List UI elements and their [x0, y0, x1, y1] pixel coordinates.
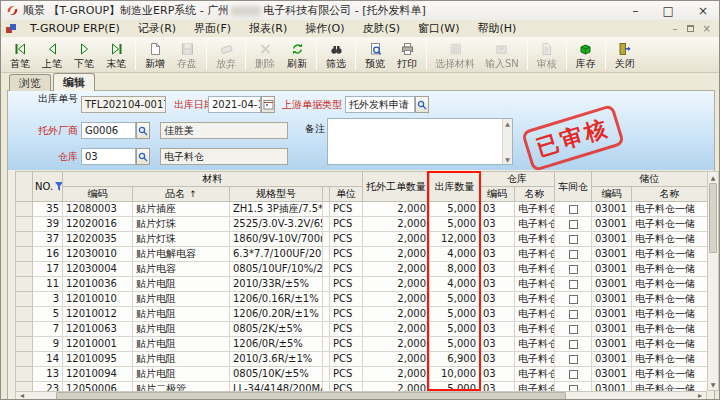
cell-wh-name[interactable]: 电子料仓: [515, 247, 555, 262]
menu-item-3[interactable]: 报表(R): [240, 20, 296, 37]
grid-horizontal-scrollbar[interactable]: ◂ ▸: [15, 391, 707, 400]
cell-name[interactable]: 贴片插座: [133, 202, 230, 217]
cell-spec[interactable]: 0805/10K/±5%: [230, 367, 323, 382]
cell-wh-name[interactable]: 电子料仓: [515, 382, 555, 392]
row-indicator[interactable]: [16, 292, 33, 307]
issue-no-field[interactable]: TFL202104-0017: [81, 96, 166, 113]
row-indicator[interactable]: [16, 307, 33, 322]
cell-wh-name[interactable]: 电子料仓: [515, 277, 555, 292]
toolbar-first-button[interactable]: 首笔: [4, 39, 36, 72]
cell-spec[interactable]: 1860/9V-10V/700mA/6000K-6500K/...: [230, 232, 323, 247]
row-indicator[interactable]: [16, 217, 33, 232]
cell-no[interactable]: 11: [33, 277, 63, 292]
cell-wo-qty[interactable]: 2,000: [363, 337, 430, 352]
scroll-down-icon[interactable]: ▼: [505, 156, 510, 163]
cell-wo-qty[interactable]: 2,000: [363, 352, 430, 367]
menu-item-6[interactable]: 窗口(W): [409, 20, 468, 37]
cell-spec[interactable]: 2010/3.6R/±1%: [230, 352, 323, 367]
mdi-minimize-button[interactable]: –: [673, 23, 678, 34]
cell-code[interactable]: 12010063: [63, 322, 133, 337]
cell-unit[interactable]: PCS: [330, 247, 363, 262]
cell-wo-qty[interactable]: 2,000: [363, 292, 430, 307]
cell-name[interactable]: 贴片电解电容: [133, 247, 230, 262]
cell-spec[interactable]: 1206/0.16R/±1%: [230, 292, 323, 307]
cell-out-qty[interactable]: 5,000: [430, 292, 480, 307]
cell-no[interactable]: 14: [33, 352, 63, 367]
menu-item-1[interactable]: 记录(R): [129, 20, 185, 37]
menu-item-7[interactable]: 帮助(H): [469, 20, 526, 37]
cell-loc-name[interactable]: 电子料仓一储: [632, 217, 708, 232]
cell-unit[interactable]: PCS: [330, 292, 363, 307]
cell-loc-code[interactable]: 03001: [592, 367, 632, 382]
warehouse-lookup-button[interactable]: [136, 148, 150, 165]
row-indicator[interactable]: [16, 322, 33, 337]
cell-code[interactable]: 12010036: [63, 277, 133, 292]
cell-wh-code[interactable]: 03: [480, 367, 515, 382]
cell-code[interactable]: 12010010: [63, 292, 133, 307]
cell-wo-qty[interactable]: 2,000: [363, 367, 430, 382]
cell-loc-code[interactable]: 03001: [592, 247, 632, 262]
cell-unit[interactable]: PCS: [330, 232, 363, 247]
workshop-checkbox[interactable]: [569, 265, 578, 274]
toolbar-refresh-button[interactable]: 刷新: [281, 39, 313, 72]
cell-code[interactable]: 12050006: [63, 382, 133, 392]
cell-out-qty[interactable]: 5,000: [430, 202, 480, 217]
cell-spec[interactable]: 2525/3.0V-3.2V/650mA/6000K-650...: [230, 217, 323, 232]
cell-loc-name[interactable]: 电子料仓一储: [632, 292, 708, 307]
cell-spec[interactable]: 1206/0.20R/±1%: [230, 307, 323, 322]
cell-unit[interactable]: PCS: [330, 277, 363, 292]
cell-wo-qty[interactable]: 2,000: [363, 322, 430, 337]
cell-unit[interactable]: PCS: [330, 202, 363, 217]
cell-loc-code[interactable]: 03001: [592, 232, 632, 247]
toolbar-new-button[interactable]: 新增: [139, 39, 171, 72]
grid-vertical-scrollbar[interactable]: ▲ ▼: [707, 171, 719, 391]
cell-code[interactable]: 12030004: [63, 262, 133, 277]
cell-no[interactable]: 5: [33, 307, 63, 322]
cell-wh-code[interactable]: 03: [480, 232, 515, 247]
cell-name[interactable]: 贴片电阻: [133, 307, 230, 322]
cell-spec[interactable]: ZH1.5 3P插座/7.5*5.7*4mm: [230, 202, 323, 217]
cell-no[interactable]: 16: [33, 247, 63, 262]
cell-no[interactable]: 23: [33, 382, 63, 392]
cell-unit[interactable]: PCS: [330, 322, 363, 337]
cell-out-qty[interactable]: 5,000: [430, 217, 480, 232]
cell-wh-code[interactable]: 03: [480, 202, 515, 217]
cell-wh-name[interactable]: 电子料仓: [515, 352, 555, 367]
toolbar-close-button[interactable]: 关闭: [609, 39, 641, 72]
scroll-up-icon[interactable]: ▲: [708, 172, 718, 183]
cell-spec[interactable]: 1206/0R/±5%: [230, 337, 323, 352]
cell-unit[interactable]: PCS: [330, 262, 363, 277]
row-indicator[interactable]: [16, 202, 33, 217]
cell-loc-code[interactable]: 03001: [592, 307, 632, 322]
cell-loc-name[interactable]: 电子料仓一储: [632, 367, 708, 382]
cell-no[interactable]: 3: [33, 292, 63, 307]
workshop-checkbox[interactable]: [569, 325, 578, 334]
cell-wh-name[interactable]: 电子料仓: [515, 292, 555, 307]
cell-name[interactable]: 贴片电阻: [133, 337, 230, 352]
mdi-restore-button[interactable]: [687, 25, 694, 32]
menu-item-2[interactable]: 界面(F): [185, 20, 240, 37]
workshop-checkbox[interactable]: [569, 205, 578, 214]
column-wo-qty[interactable]: 托外工单数量: [363, 172, 430, 202]
cell-loc-name[interactable]: 电子料仓一储: [632, 202, 708, 217]
cell-wo-qty[interactable]: 2,000: [363, 277, 430, 292]
column-name[interactable]: 品名↑: [133, 187, 230, 202]
tab-edit[interactable]: 编辑: [53, 73, 95, 91]
cell-wh-code[interactable]: 03: [480, 337, 515, 352]
workshop-checkbox[interactable]: [569, 310, 578, 319]
cell-out-qty[interactable]: 5,000: [430, 337, 480, 352]
toolbar-last-button[interactable]: 末笔: [100, 39, 132, 72]
cell-loc-name[interactable]: 电子料仓一储: [632, 277, 708, 292]
workshop-checkbox[interactable]: [569, 340, 578, 349]
cell-unit[interactable]: PCS: [330, 307, 363, 322]
vendor-code-field[interactable]: G0006: [81, 122, 136, 139]
cell-wh-code[interactable]: 03: [480, 262, 515, 277]
cell-wh-name[interactable]: 电子料仓: [515, 307, 555, 322]
workshop-checkbox[interactable]: [569, 370, 578, 379]
column-no[interactable]: NO.: [33, 172, 63, 202]
cell-code[interactable]: 12020016: [63, 217, 133, 232]
cell-loc-name[interactable]: 电子料仓一储: [632, 382, 708, 392]
cell-loc-name[interactable]: 电子料仓一储: [632, 337, 708, 352]
column-loc-code[interactable]: 编码: [592, 187, 632, 202]
cell-name[interactable]: 贴片二极管: [133, 382, 230, 392]
